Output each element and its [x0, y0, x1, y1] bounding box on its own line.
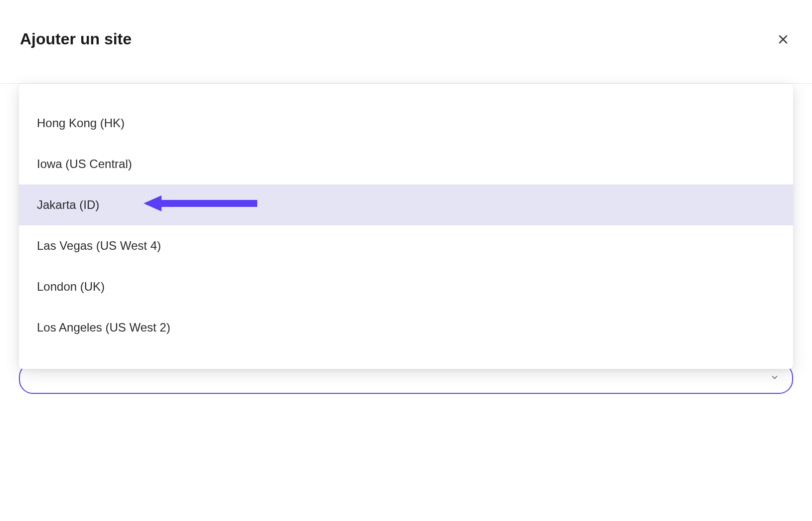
dialog-title: Ajouter un site: [20, 30, 132, 48]
dialog-header: Ajouter un site: [0, 0, 812, 84]
location-dropdown: Hong Kong (HK) Iowa (US Central) Jakarta…: [19, 84, 793, 369]
close-icon: [777, 33, 789, 45]
option-label: Hong Kong (HK): [37, 116, 125, 130]
option-madrid[interactable]: Madrid (ES): [19, 348, 793, 361]
option-label: Las Vegas (US West 4): [37, 239, 161, 253]
option-label: Los Angeles (US West 2): [37, 321, 170, 335]
option-label: Iowa (US Central): [37, 157, 132, 171]
chevron-down-icon: [770, 373, 779, 384]
svg-marker-3: [144, 195, 162, 211]
option-label: Jakarta (ID): [37, 198, 99, 212]
option-label: London (UK): [37, 280, 105, 294]
option-hong-kong[interactable]: Hong Kong (HK): [19, 103, 793, 144]
option-london[interactable]: London (UK): [19, 266, 793, 307]
option-iowa[interactable]: Iowa (US Central): [19, 144, 793, 184]
option-jakarta[interactable]: Jakarta (ID): [19, 184, 793, 225]
close-button[interactable]: [774, 30, 792, 48]
option-los-angeles[interactable]: Los Angeles (US West 2): [19, 307, 793, 348]
option-las-vegas[interactable]: Las Vegas (US West 4): [19, 225, 793, 266]
annotation-arrow: [144, 194, 258, 215]
